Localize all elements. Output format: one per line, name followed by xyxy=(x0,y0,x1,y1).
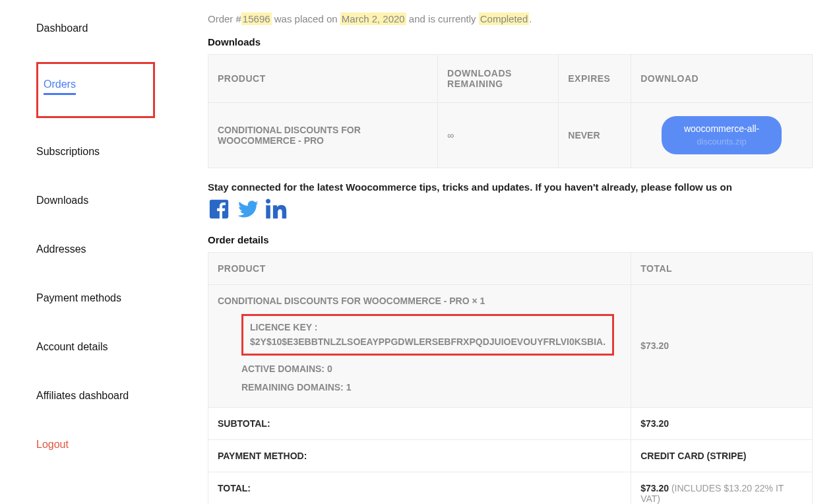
sidebar-item-downloads[interactable]: Downloads xyxy=(36,185,162,216)
col-expires: EXPIRES xyxy=(559,55,631,103)
sidebar-item-dashboard[interactable]: Dashboard xyxy=(36,13,162,44)
licence-key-label: LICENCE KEY : xyxy=(250,320,606,334)
sidebar-item-subscriptions[interactable]: Subscriptions xyxy=(36,137,162,167)
download-remaining: ∞ xyxy=(438,103,559,168)
subtotal-label: SUBTOTAL: xyxy=(208,407,631,439)
sidebar-item-orders[interactable]: Orders xyxy=(44,69,76,95)
main-content: Order #15696 was placed on March 2, 2020… xyxy=(208,13,813,504)
payment-method-label: PAYMENT METHOD: xyxy=(208,439,631,472)
download-product: CONDITIONAL DISCOUNTS FOR WOOCOMMERCE - … xyxy=(208,103,438,168)
details-col-product: PRODUCT xyxy=(208,252,631,284)
order-details-table: PRODUCT TOTAL CONDITIONAL DISCOUNTS FOR … xyxy=(208,252,813,504)
order-details-heading: Order details xyxy=(208,234,813,245)
line-item-name: CONDITIONAL DISCOUNTS FOR WOOCOMMERCE - … xyxy=(218,296,621,306)
highlight-annotation-orders: Orders xyxy=(36,62,155,118)
linkedin-icon[interactable] xyxy=(266,198,288,222)
active-domains: ACTIVE DOMAINS: 0 xyxy=(241,360,621,378)
col-remaining: DOWNLOADS REMAINING xyxy=(438,55,559,103)
sidebar-item-account-details[interactable]: Account details xyxy=(36,332,162,362)
sidebar-item-addresses[interactable]: Addresses xyxy=(36,234,162,265)
line-item-total: $73.20 xyxy=(631,284,813,407)
remaining-domains: REMAINING DOMAINS: 1 xyxy=(241,378,621,396)
order-date: March 2, 2020 xyxy=(340,13,406,25)
payment-method-value: CREDIT CARD (STRIPE) xyxy=(631,439,813,472)
sidebar-item-payment-methods[interactable]: Payment methods xyxy=(36,283,162,313)
highlight-annotation-licence: LICENCE KEY : $2Y$10$E3EBBTNLZLSOEAYPPGD… xyxy=(241,314,614,356)
download-expires: NEVER xyxy=(559,103,631,168)
details-line-item: CONDITIONAL DISCOUNTS FOR WOOCOMMERCE - … xyxy=(208,284,813,407)
details-col-total: TOTAL xyxy=(631,252,813,284)
subtotal-value: $73.20 xyxy=(631,407,813,439)
total-value: $73.20 (INCLUDES $13.20 22% IT VAT) xyxy=(631,472,813,504)
sidebar-item-logout[interactable]: Logout xyxy=(36,429,162,460)
downloads-table: PRODUCT DOWNLOADS REMAINING EXPIRES DOWN… xyxy=(208,54,813,168)
sidebar-item-affiliates[interactable]: Affiliates dashboard xyxy=(36,381,162,411)
facebook-icon[interactable] xyxy=(208,198,230,222)
order-status: Completed xyxy=(479,13,530,25)
account-sidebar: Dashboard Orders Subscriptions Downloads… xyxy=(36,13,162,504)
twitter-icon[interactable] xyxy=(237,198,259,222)
total-label: TOTAL: xyxy=(208,472,631,504)
download-row: CONDITIONAL DISCOUNTS FOR WOOCOMMERCE - … xyxy=(208,103,813,168)
col-download: DOWNLOAD xyxy=(631,55,813,103)
social-prompt: Stay connected for the latest Woocommerc… xyxy=(208,181,813,193)
downloads-heading: Downloads xyxy=(208,36,813,47)
download-button[interactable]: woocommerce-all- discounts.zip xyxy=(662,116,782,154)
order-number: 15696 xyxy=(241,13,272,25)
order-status-line: Order #15696 was placed on March 2, 2020… xyxy=(208,13,813,24)
licence-key-value: $2Y$10$E3EBBTNLZLSOEAYPPGDWLERSEBFRXPQDJ… xyxy=(250,334,606,349)
col-product: PRODUCT xyxy=(208,55,438,103)
